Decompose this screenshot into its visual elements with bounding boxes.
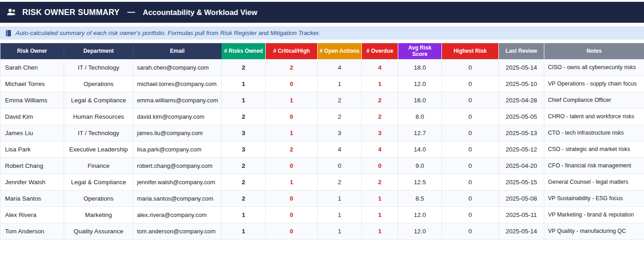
- cell-critical[interactable]: 0: [266, 108, 318, 125]
- cell-open[interactable]: 3: [318, 125, 362, 141]
- cell-critical[interactable]: 1: [266, 92, 318, 108]
- cell-overdue[interactable]: 2: [362, 108, 398, 125]
- cell-notes[interactable]: Chief Compliance Officer: [544, 92, 644, 108]
- cell-dept[interactable]: Operations: [64, 190, 133, 207]
- cell-overdue[interactable]: 4: [362, 59, 398, 76]
- cell-owner[interactable]: Lisa Park: [0, 141, 64, 157]
- cell-review[interactable]: 2025-05-05: [499, 108, 544, 125]
- cell-highest[interactable]: 0: [442, 76, 499, 92]
- cell-email[interactable]: robert.chang@company.com: [133, 157, 222, 174]
- cell-critical[interactable]: 0: [266, 207, 318, 223]
- cell-open[interactable]: 0: [318, 157, 362, 174]
- cell-overdue[interactable]: 3: [362, 125, 398, 141]
- cell-overdue[interactable]: 1: [362, 190, 398, 207]
- cell-open[interactable]: 2: [318, 174, 362, 190]
- cell-owner[interactable]: Sarah Chen: [0, 59, 64, 76]
- cell-avg[interactable]: 16.0: [398, 92, 442, 108]
- cell-open[interactable]: 4: [318, 59, 362, 76]
- column-header-notes[interactable]: Notes: [544, 43, 644, 60]
- cell-avg[interactable]: 8.5: [398, 190, 442, 207]
- cell-email[interactable]: alex.rivera@company.com: [133, 207, 222, 223]
- cell-open[interactable]: 1: [318, 76, 362, 92]
- cell-risks[interactable]: 2: [222, 174, 266, 190]
- cell-review[interactable]: 2025-05-11: [499, 207, 544, 223]
- cell-critical[interactable]: 1: [266, 174, 318, 190]
- cell-highest[interactable]: 0: [442, 157, 499, 174]
- cell-risks[interactable]: 2: [222, 157, 266, 174]
- cell-overdue[interactable]: 4: [362, 141, 398, 157]
- cell-email[interactable]: james.liu@company.com: [133, 125, 222, 141]
- cell-overdue[interactable]: 1: [362, 223, 398, 239]
- cell-review[interactable]: 2025-04-20: [499, 157, 544, 174]
- cell-notes[interactable]: CHRO - talent and workforce risks: [544, 108, 644, 125]
- cell-highest[interactable]: 0: [442, 141, 499, 157]
- cell-open[interactable]: 1: [318, 223, 362, 239]
- cell-critical[interactable]: 2: [266, 59, 318, 76]
- cell-risks[interactable]: 2: [222, 190, 266, 207]
- cell-owner[interactable]: Tom Anderson: [0, 223, 64, 239]
- cell-critical[interactable]: 0: [266, 157, 318, 174]
- cell-risks[interactable]: 1: [222, 92, 266, 108]
- cell-email[interactable]: maria.santos@company.com: [133, 190, 222, 207]
- cell-highest[interactable]: 0: [442, 125, 499, 141]
- cell-review[interactable]: 2025-05-13: [499, 125, 544, 141]
- cell-dept[interactable]: Human Resources: [64, 108, 133, 125]
- cell-dept[interactable]: Finance: [64, 157, 133, 174]
- cell-open[interactable]: 2: [318, 92, 362, 108]
- cell-avg[interactable]: 12.0: [398, 207, 442, 223]
- cell-owner[interactable]: Jennifer Walsh: [0, 174, 64, 190]
- cell-email[interactable]: emma.williams@company.com: [133, 92, 222, 108]
- cell-risks[interactable]: 3: [222, 141, 266, 157]
- column-header-overdue[interactable]: # Overdue: [362, 43, 398, 60]
- cell-owner[interactable]: Maria Santos: [0, 190, 64, 207]
- cell-risks[interactable]: 3: [222, 125, 266, 141]
- cell-notes[interactable]: CTO - tech infrastructure risks: [544, 125, 644, 141]
- cell-notes[interactable]: VP Quality - manufacturing QC: [544, 223, 644, 239]
- cell-email[interactable]: tom.anderson@company.com: [133, 223, 222, 239]
- cell-dept[interactable]: IT / Technology: [64, 125, 133, 141]
- cell-owner[interactable]: James Liu: [0, 125, 64, 141]
- cell-critical[interactable]: 1: [266, 125, 318, 141]
- column-header-avg[interactable]: Avg Risk Score: [398, 43, 442, 60]
- cell-notes[interactable]: General Counsel - legal matters: [544, 174, 644, 190]
- cell-owner[interactable]: Alex Rivera: [0, 207, 64, 223]
- cell-email[interactable]: jennifer.walsh@company.com: [133, 174, 222, 190]
- cell-review[interactable]: 2025-05-14: [499, 59, 544, 76]
- column-header-email[interactable]: Email: [133, 43, 222, 60]
- cell-highest[interactable]: 0: [442, 207, 499, 223]
- cell-open[interactable]: 2: [318, 108, 362, 125]
- cell-highest[interactable]: 0: [442, 174, 499, 190]
- column-header-dept[interactable]: Department: [64, 43, 133, 60]
- cell-overdue[interactable]: 2: [362, 174, 398, 190]
- cell-highest[interactable]: 0: [442, 108, 499, 125]
- cell-review[interactable]: 2025-05-08: [499, 190, 544, 207]
- cell-risks[interactable]: 1: [222, 207, 266, 223]
- cell-critical[interactable]: 2: [266, 141, 318, 157]
- column-header-critical[interactable]: # Critical/High: [266, 43, 318, 60]
- cell-highest[interactable]: 0: [442, 190, 499, 207]
- cell-dept[interactable]: IT / Technology: [64, 59, 133, 76]
- cell-notes[interactable]: VP Sustainability - ESG focus: [544, 190, 644, 207]
- cell-risks[interactable]: 2: [222, 108, 266, 125]
- cell-dept[interactable]: Quality Assurance: [64, 223, 133, 239]
- cell-owner[interactable]: Michael Torres: [0, 76, 64, 92]
- cell-avg[interactable]: 12.0: [398, 223, 442, 239]
- cell-notes[interactable]: VP Marketing - brand & reputation: [544, 207, 644, 223]
- cell-notes[interactable]: CSO - strategic and market risks: [544, 141, 644, 157]
- cell-avg[interactable]: 18.0: [398, 59, 442, 76]
- cell-email[interactable]: lisa.park@company.com: [133, 141, 222, 157]
- cell-avg[interactable]: 9.0: [398, 157, 442, 174]
- cell-notes[interactable]: CISO - owns all cybersecurity risks: [544, 59, 644, 76]
- cell-email[interactable]: david.kim@company.com: [133, 108, 222, 125]
- cell-owner[interactable]: Robert Chang: [0, 157, 64, 174]
- cell-open[interactable]: 4: [318, 141, 362, 157]
- column-header-owner[interactable]: Risk Owner: [0, 43, 64, 60]
- column-header-open[interactable]: # Open Actions: [318, 43, 362, 60]
- cell-critical[interactable]: 0: [266, 190, 318, 207]
- cell-avg[interactable]: 12.5: [398, 174, 442, 190]
- cell-dept[interactable]: Legal & Compliance: [64, 92, 133, 108]
- cell-overdue[interactable]: 2: [362, 92, 398, 108]
- cell-review[interactable]: 2025-05-10: [499, 76, 544, 92]
- cell-overdue[interactable]: 0: [362, 157, 398, 174]
- cell-email[interactable]: sarah.chen@company.com: [133, 59, 222, 76]
